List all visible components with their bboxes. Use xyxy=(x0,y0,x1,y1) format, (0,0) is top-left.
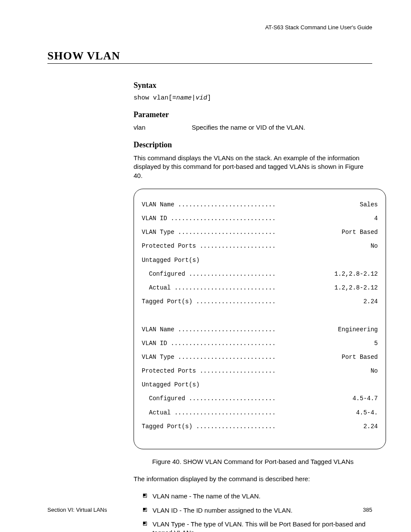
t2-type-k: VLAN Type xyxy=(142,354,178,361)
footer-section: Section VI: Virtual LANs xyxy=(47,507,107,513)
t1-name-v: Sales xyxy=(358,201,378,208)
dots: ...................... xyxy=(196,423,361,430)
t2-conf-k: Configured xyxy=(142,395,189,402)
page-footer: Section VI: Virtual LANs 385 xyxy=(47,507,372,513)
bullet-item: VLAN name - The name of the VLAN. xyxy=(143,492,372,501)
t1-tag-k: Tagged Port(s) xyxy=(142,298,196,305)
t1-name-k: VLAN Name xyxy=(142,201,178,208)
t2-prot-v: No xyxy=(369,367,378,374)
parameter-key: vlan xyxy=(134,124,192,131)
dots: ............................ xyxy=(174,284,333,291)
t1-tag-v: 2.24 xyxy=(361,298,378,305)
description-heading: Description xyxy=(134,140,372,149)
t2-act-k: Actual xyxy=(142,409,174,416)
header-guide: AT-S63 Stack Command Line User's Guide xyxy=(47,24,372,31)
t1-conf-k: Configured xyxy=(142,271,189,277)
t2-name-k: VLAN Name xyxy=(142,326,178,333)
t1-untag: Untagged Port(s) xyxy=(142,257,199,264)
bullet-item: VLAN Type - The type of VLAN. This will … xyxy=(143,520,372,532)
syntax-heading: Syntax xyxy=(134,81,372,90)
t2-prot-k: Protected Ports xyxy=(142,367,199,374)
t1-prot-v: No xyxy=(369,243,378,249)
figure-caption: Figure 40. SHOW VLAN Command for Port-ba… xyxy=(134,458,372,465)
t2-name-v: Engineering xyxy=(336,326,378,333)
t1-prot-k: Protected Ports xyxy=(142,243,199,249)
syntax-prefix: show vlan[= xyxy=(134,94,176,102)
dots: ........................... xyxy=(178,201,358,208)
t2-tag-v: 2.24 xyxy=(361,423,378,430)
footer-page-number: 385 xyxy=(363,507,372,513)
dots: ...................... xyxy=(196,298,361,305)
syntax-command: show vlan[=name|vid] xyxy=(134,94,372,102)
dots: ........................ xyxy=(189,395,351,402)
dots: ............................. xyxy=(171,215,372,222)
t1-act-k: Actual xyxy=(142,284,174,291)
terminal-output: VLAN Name ...........................Sal… xyxy=(134,189,386,449)
t1-act-v: 1.2,2.8-2.12 xyxy=(333,284,378,291)
description-para: This command displays the VLANs on the s… xyxy=(134,154,372,180)
syntax-suffix: ] xyxy=(207,94,211,102)
t2-act-v: 4.5-4. xyxy=(355,409,378,416)
t2-id-v: 5 xyxy=(373,340,378,347)
t1-id-v: 4 xyxy=(373,215,378,222)
t1-type-k: VLAN Type xyxy=(142,229,178,236)
t2-untag: Untagged Port(s) xyxy=(142,381,199,388)
dots: ........................ xyxy=(189,271,333,277)
page-title: SHOW VLAN xyxy=(47,50,372,64)
t2-id-k: VLAN ID xyxy=(142,340,171,347)
dots: ............................ xyxy=(174,409,355,416)
dots: ..................... xyxy=(199,243,369,249)
post-para: The information displayed by the command… xyxy=(134,475,372,483)
parameter-heading: Parameter xyxy=(134,110,372,119)
syntax-italic: name|vid xyxy=(176,94,207,102)
t2-type-v: Port Based xyxy=(340,354,378,361)
parameter-desc: Specifies the name or VID of the VLAN. xyxy=(192,124,372,131)
dots: ........................... xyxy=(178,354,340,361)
t1-conf-v: 1.2,2.8-2.12 xyxy=(333,271,378,277)
dots: ..................... xyxy=(199,367,369,374)
dots: ........................... xyxy=(178,326,336,333)
t2-conf-v: 4.5-4.7 xyxy=(351,395,378,402)
parameter-row: vlan Specifies the name or VID of the VL… xyxy=(134,124,372,131)
dots: ............................. xyxy=(171,340,372,347)
t1-id-k: VLAN ID xyxy=(142,215,171,222)
t1-type-v: Port Based xyxy=(340,229,378,236)
t2-tag-k: Tagged Port(s) xyxy=(142,423,196,430)
dots: ........................... xyxy=(178,229,340,236)
